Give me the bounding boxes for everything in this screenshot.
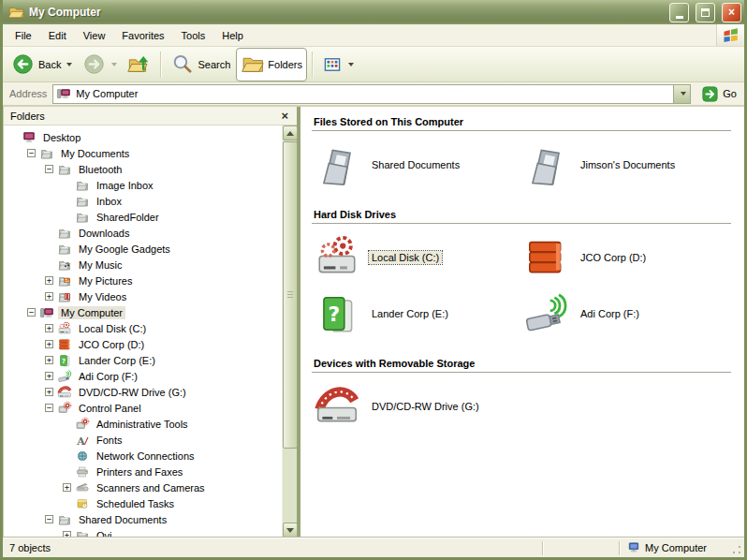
title-bar[interactable]: My Computer × bbox=[3, 0, 744, 24]
tree-expander[interactable]: + bbox=[45, 388, 53, 396]
tree-scrollbar[interactable] bbox=[282, 125, 297, 538]
drive-tile[interactable]: Lander Corp (E:) bbox=[314, 288, 522, 339]
tile-label[interactable]: Jimson's Documents bbox=[578, 158, 678, 171]
forward-button[interactable] bbox=[78, 50, 122, 80]
tree-item[interactable]: My Google Gadgets bbox=[4, 241, 282, 257]
tree-expander[interactable]: + bbox=[63, 531, 71, 538]
tree-item-label[interactable]: Bluetooth bbox=[76, 163, 124, 176]
tree-item[interactable]: SharedFolder bbox=[4, 209, 282, 225]
tree-item[interactable]: My Music bbox=[4, 257, 282, 273]
maximize-button[interactable] bbox=[696, 3, 715, 22]
tree-item[interactable]: + My Pictures bbox=[4, 273, 282, 288]
tree-item[interactable]: + Lander Corp (E:) bbox=[4, 352, 282, 368]
tree-expander[interactable]: − bbox=[27, 149, 36, 157]
tree-item-label[interactable]: My Pictures bbox=[76, 274, 135, 287]
tree-item[interactable]: + JCO Corp (D:) bbox=[4, 336, 282, 352]
tree-item-label[interactable]: Shared Documents bbox=[76, 513, 169, 526]
tree-item[interactable]: − My Documents bbox=[4, 145, 282, 161]
close-folders-icon[interactable]: × bbox=[279, 110, 290, 122]
scroll-up-button[interactable] bbox=[283, 125, 298, 140]
tree-item-label[interactable]: SharedFolder bbox=[94, 211, 162, 224]
tree-expander[interactable]: + bbox=[45, 372, 53, 380]
tree-item-label[interactable]: Lander Corp (E:) bbox=[76, 354, 158, 367]
tree-item-label[interactable]: Fonts bbox=[94, 434, 125, 447]
tree-item-label[interactable]: Administrative Tools bbox=[94, 418, 191, 431]
tree-item-label[interactable]: My Documents bbox=[58, 147, 132, 160]
tree-item-label[interactable]: Inbox bbox=[94, 195, 124, 208]
up-button[interactable] bbox=[123, 50, 155, 80]
tree-item[interactable]: + Ovi bbox=[4, 527, 282, 538]
tree-expander[interactable]: + bbox=[45, 292, 53, 301]
tree-item-label[interactable]: JCO Corp (D:) bbox=[76, 338, 147, 351]
tree-item[interactable]: + Scanners and Cameras bbox=[4, 479, 282, 495]
scrollbar-thumb[interactable] bbox=[283, 141, 298, 449]
folders-button[interactable]: Folders bbox=[236, 48, 307, 81]
resize-grip[interactable] bbox=[731, 544, 742, 555]
menu-item[interactable]: View bbox=[75, 26, 114, 45]
tree-expander[interactable]: + bbox=[63, 483, 71, 492]
tree-item[interactable]: − Shared Documents bbox=[4, 511, 282, 527]
tree-expander[interactable]: + bbox=[45, 340, 53, 348]
tree-item[interactable]: − My Computer bbox=[4, 304, 282, 320]
tile-label[interactable]: Local Disk (C:) bbox=[369, 251, 442, 264]
drive-tile[interactable]: Local Disk (C:) bbox=[314, 232, 522, 283]
scroll-down-button[interactable] bbox=[283, 523, 298, 538]
tree-item[interactable]: Administrative Tools bbox=[4, 416, 282, 432]
tree-item-label[interactable]: My Computer bbox=[58, 306, 125, 319]
tree-item-label[interactable]: Ovi bbox=[94, 529, 115, 538]
address-dropdown-button[interactable] bbox=[673, 85, 690, 103]
tree-expander[interactable]: − bbox=[45, 515, 53, 523]
tree-expander[interactable]: − bbox=[27, 308, 36, 317]
tree-item-label[interactable]: Printers and Faxes bbox=[94, 465, 185, 479]
tree-item-label[interactable]: DVD/CD-RW Drive (G:) bbox=[76, 386, 189, 399]
tree-expander[interactable]: + bbox=[45, 276, 53, 285]
menu-item[interactable]: Edit bbox=[40, 26, 75, 45]
tree-item-label[interactable]: Desktop bbox=[40, 131, 83, 144]
views-button[interactable] bbox=[317, 50, 359, 80]
close-button[interactable]: × bbox=[722, 3, 741, 22]
menu-item[interactable]: Favorites bbox=[113, 26, 172, 45]
tree-item[interactable]: Printers and Faxes bbox=[4, 464, 282, 479]
tree-item[interactable]: + Local Disk (C:) bbox=[4, 320, 282, 336]
tile-label[interactable]: Adi Corp (F:) bbox=[578, 307, 642, 320]
tree-expander[interactable]: − bbox=[45, 165, 53, 173]
tree-expander[interactable]: + bbox=[45, 324, 53, 332]
tree-item[interactable]: + DVD/CD-RW Drive (G:) bbox=[4, 384, 282, 400]
tree-item-label[interactable]: Image Inbox bbox=[94, 179, 156, 192]
tree-item-label[interactable]: Downloads bbox=[76, 227, 132, 240]
tree-item[interactable]: + Adi Corp (F:) bbox=[4, 368, 282, 384]
tree-item[interactable]: + My Videos bbox=[4, 288, 282, 304]
tree-item-label[interactable]: Control Panel bbox=[76, 402, 144, 415]
drive-tile[interactable]: DVD/CD-RW Drive (G:) bbox=[314, 381, 522, 432]
tile-label[interactable]: Lander Corp (E:) bbox=[369, 307, 451, 320]
file-tile[interactable]: Shared Documents bbox=[314, 140, 522, 190]
menu-item[interactable]: Tools bbox=[173, 26, 214, 45]
search-button[interactable]: Search bbox=[166, 50, 235, 80]
tree-item[interactable]: Network Connections bbox=[4, 448, 282, 464]
back-button[interactable]: Back bbox=[7, 50, 77, 80]
tree-item-label[interactable]: My Videos bbox=[76, 290, 129, 303]
drive-tile[interactable]: Adi Corp (F:) bbox=[522, 288, 731, 339]
tree-item[interactable]: − Control Panel bbox=[4, 400, 282, 416]
tree-expander[interactable]: + bbox=[45, 356, 53, 364]
drive-tile[interactable]: JCO Corp (D:) bbox=[522, 232, 731, 283]
tree-item-label[interactable]: Scheduled Tasks bbox=[94, 497, 177, 510]
tree-item[interactable]: Scheduled Tasks bbox=[4, 495, 282, 511]
minimize-button[interactable] bbox=[669, 3, 689, 22]
menu-item[interactable]: Help bbox=[213, 26, 252, 45]
go-button[interactable]: Go bbox=[696, 82, 741, 105]
tile-label[interactable]: Shared Documents bbox=[369, 158, 462, 171]
tree-item-label[interactable]: Adi Corp (F:) bbox=[76, 370, 140, 383]
tree-item[interactable]: Fonts bbox=[4, 432, 282, 448]
tile-label[interactable]: JCO Corp (D:) bbox=[578, 251, 649, 264]
address-input[interactable]: My Computer bbox=[52, 84, 691, 104]
tree-item-label[interactable]: Scanners and Cameras bbox=[94, 481, 208, 494]
tree-item[interactable]: − Bluetooth bbox=[4, 161, 282, 177]
tree-item-label[interactable]: Local Disk (C:) bbox=[76, 322, 149, 335]
tree-item[interactable]: Desktop bbox=[4, 129, 282, 145]
file-tile[interactable]: Jimson's Documents bbox=[522, 140, 731, 190]
tree-item[interactable]: Image Inbox bbox=[4, 177, 282, 193]
menu-item[interactable]: File bbox=[7, 26, 40, 45]
tile-label[interactable]: DVD/CD-RW Drive (G:) bbox=[369, 400, 482, 413]
tree-item[interactable]: Downloads bbox=[4, 225, 282, 241]
